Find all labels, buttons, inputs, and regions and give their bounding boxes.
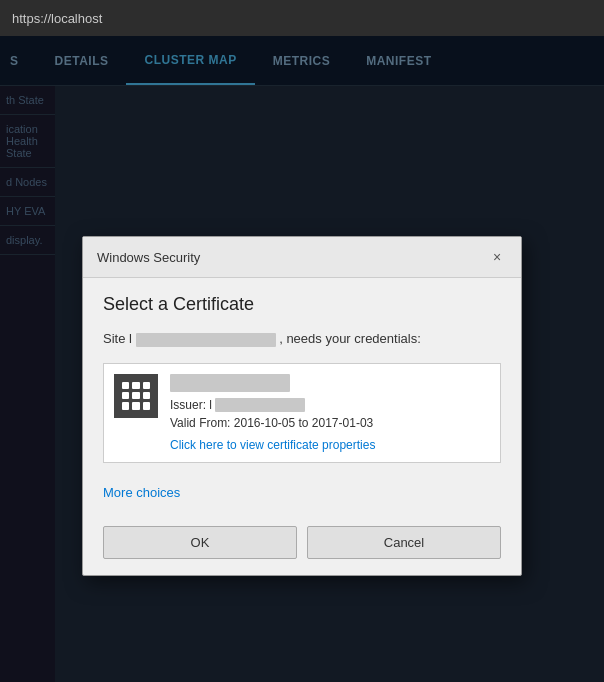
cert-issuer-value-redacted: [215, 398, 305, 412]
app-container: S DETAILS CLUSTER MAP METRICS MANIFEST t…: [0, 36, 604, 682]
icon-dot-7: [122, 402, 129, 409]
site-needs-text: Site l , needs your credentials:: [103, 329, 501, 349]
dialog-body: Select a Certificate Site l , needs your…: [83, 278, 521, 518]
cert-name-redacted: [170, 374, 290, 392]
icon-dot-6: [143, 392, 150, 399]
site-url-redacted: [136, 333, 276, 347]
icon-dot-2: [132, 382, 139, 389]
windows-security-dialog: Windows Security × Select a Certificate …: [82, 236, 522, 576]
cert-entry[interactable]: Issuer: l Valid From: 2016-10-05 to 2017…: [103, 363, 501, 464]
more-choices-link[interactable]: More choices: [103, 475, 501, 508]
icon-dot-5: [132, 392, 139, 399]
icon-dot-4: [122, 392, 129, 399]
modal-overlay: Windows Security × Select a Certificate …: [0, 36, 604, 682]
dialog-title-text: Windows Security: [97, 250, 200, 265]
cert-issuer-label: Issuer: l: [170, 398, 490, 413]
icon-dot-8: [132, 402, 139, 409]
dialog-buttons: OK Cancel: [83, 518, 521, 575]
icon-dot-1: [122, 382, 129, 389]
cancel-button[interactable]: Cancel: [307, 526, 501, 559]
icon-dot-3: [143, 382, 150, 389]
icon-dot-9: [143, 402, 150, 409]
cert-icon: [114, 374, 158, 418]
dialog-close-button[interactable]: ×: [487, 247, 507, 267]
cert-valid-dates: Valid From: 2016-10-05 to 2017-01-03: [170, 416, 490, 430]
browser-url: https://localhost: [12, 11, 102, 26]
cert-info: Issuer: l Valid From: 2016-10-05 to 2017…: [170, 374, 490, 453]
dialog-titlebar: Windows Security ×: [83, 237, 521, 278]
browser-bar: https://localhost: [0, 0, 604, 36]
cert-properties-link[interactable]: Click here to view certificate propertie…: [170, 438, 490, 452]
dialog-heading: Select a Certificate: [103, 294, 501, 315]
ok-button[interactable]: OK: [103, 526, 297, 559]
